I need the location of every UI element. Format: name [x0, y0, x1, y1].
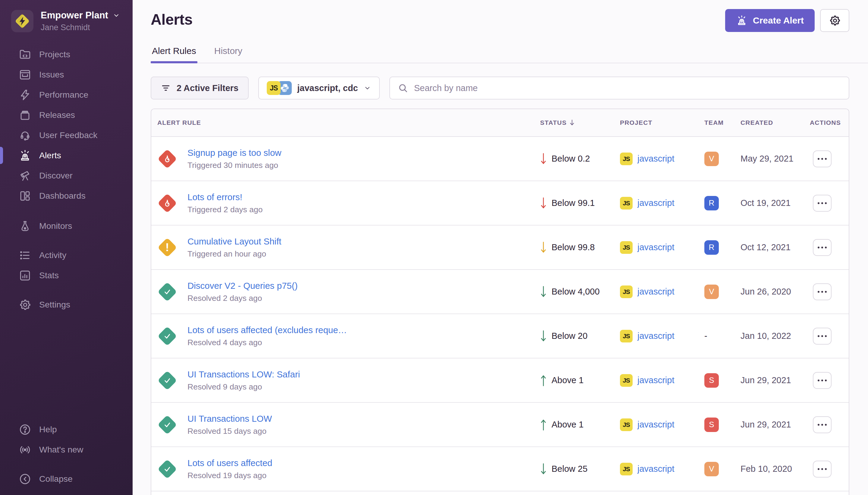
page-title: Alerts	[151, 11, 193, 28]
created-date: Feb 10, 2020	[734, 464, 804, 474]
sidebar-item-performance[interactable]: Performance	[0, 85, 133, 105]
row-actions-button[interactable]	[813, 328, 832, 345]
org-text: Empower Plant Jane Schmidt	[41, 10, 120, 32]
sidebar-item-issues[interactable]: Issues	[0, 65, 133, 85]
tab-alert-rules[interactable]: Alert Rules	[151, 46, 197, 63]
sidebar-item-monitors[interactable]: Monitors	[0, 216, 133, 236]
gear-icon	[19, 298, 31, 311]
alert-rule-detail: Resolved 9 days ago	[188, 382, 300, 392]
stack-icon	[19, 68, 31, 81]
alert-rule-detail: Triggered 2 days ago	[188, 205, 262, 214]
sidebar-item-label: Activity	[39, 250, 66, 260]
sidebar-collapse-button[interactable]: Collapse	[0, 469, 133, 489]
sidebar-item-label: Performance	[39, 90, 88, 100]
alert-resolved-icon	[157, 326, 177, 346]
sidebar-item-projects[interactable]: Projects	[0, 44, 133, 65]
alert-rule-detail: Triggered an hour ago	[188, 249, 281, 259]
broadcast-icon	[19, 443, 31, 456]
column-header-alert-rule: ALERT RULE	[151, 119, 534, 126]
project-selector-value: javascript, cdc	[297, 83, 358, 93]
project-link[interactable]: javascript	[638, 198, 675, 208]
project-link[interactable]: javascript	[638, 375, 675, 385]
sidebar-item-activity[interactable]: Activity	[0, 245, 133, 265]
active-filters-button[interactable]: 2 Active Filters	[151, 76, 249, 100]
status-arrow-icon	[540, 374, 547, 387]
team-badge: -	[704, 329, 734, 343]
project-link[interactable]: javascript	[638, 242, 675, 252]
team-badge: R	[704, 240, 719, 255]
sidebar-item-label: Issues	[39, 70, 64, 80]
row-actions-button[interactable]	[813, 239, 832, 256]
team-badge: S	[704, 417, 719, 432]
status-arrow-icon	[540, 241, 547, 254]
sidebar-item-help[interactable]: Help	[0, 419, 133, 440]
alert-rule-detail: Resolved 15 days ago	[188, 427, 272, 436]
project-link[interactable]: javascript	[638, 154, 675, 164]
sidebar-item-label: Settings	[39, 300, 70, 310]
column-header-status[interactable]: STATUS	[534, 119, 614, 126]
alert-rule-link[interactable]: Signup page is too slow	[188, 148, 281, 158]
column-header-actions: ACTIONS	[804, 119, 849, 126]
org-name: Empower Plant	[41, 10, 108, 21]
sidebar-item-label: Projects	[39, 49, 70, 59]
sidebar-item-stats[interactable]: Stats	[0, 265, 133, 286]
alert-rule-link[interactable]: UI Transactions LOW	[188, 414, 272, 424]
status-label: Below 20	[552, 331, 587, 341]
alert-rule-link[interactable]: Lots of users affected	[188, 458, 273, 468]
project-link[interactable]: javascript	[638, 287, 675, 297]
org-selector[interactable]: Empower Plant Jane Schmidt	[0, 0, 133, 32]
table-row: Lots of users affected Resolved 19 days …	[151, 447, 849, 491]
sidebar-footer: Help What's new Collapse	[0, 419, 133, 495]
table-row: UI Transactions LOW: Safari Resolved 9 d…	[151, 358, 849, 403]
row-actions-button[interactable]	[813, 416, 832, 433]
alert-settings-button[interactable]	[820, 9, 849, 32]
alert-rules-table: ALERT RULE STATUS PROJECT TEAM CREATED A…	[151, 108, 849, 495]
check-icon	[162, 420, 172, 430]
sidebar-item-user-feedback[interactable]: User Feedback	[0, 125, 133, 145]
javascript-platform-icon: JS	[620, 419, 632, 431]
sidebar-item-whats-new[interactable]: What's new	[0, 440, 133, 460]
chevron-down-icon	[112, 12, 120, 19]
sidebar-item-releases[interactable]: Releases	[0, 105, 133, 125]
filter-bar: 2 Active Filters JS javascript, cdc	[151, 76, 849, 100]
search-input[interactable]	[414, 83, 841, 93]
sidebar-item-dashboards[interactable]: Dashboards	[0, 186, 133, 206]
org-logo	[11, 10, 33, 32]
telescope-icon	[19, 169, 31, 182]
chevron-left-circle-icon	[19, 473, 31, 485]
tab-history[interactable]: History	[213, 46, 244, 63]
alert-rule-link[interactable]: UI Transactions LOW: Safari	[188, 369, 300, 379]
alert-rule-link[interactable]: Discover V2 - Queries p75()	[188, 281, 298, 291]
alert-rule-link[interactable]: Lots of users affected (excludes reque…	[188, 325, 347, 335]
empower-plant-logo-icon	[13, 12, 32, 31]
gear-icon	[829, 15, 841, 27]
row-actions-button[interactable]	[813, 461, 832, 478]
project-selector[interactable]: JS javascript, cdc	[258, 76, 380, 100]
create-alert-button[interactable]: Create Alert	[725, 9, 815, 32]
created-date: Jun 29, 2021	[734, 375, 804, 385]
row-actions-button[interactable]	[813, 284, 832, 300]
sidebar-item-discover[interactable]: Discover	[0, 166, 133, 186]
alert-resolved-icon	[157, 282, 177, 302]
create-alert-label: Create Alert	[753, 15, 804, 25]
archive-icon	[19, 109, 31, 121]
row-actions-button[interactable]	[813, 372, 832, 389]
row-actions-button[interactable]	[813, 150, 832, 167]
created-date: Jun 29, 2021	[734, 420, 804, 430]
status-label: Above 1	[552, 420, 584, 430]
column-header-created: CREATED	[734, 119, 804, 126]
tab-bar: Alert Rules History	[151, 46, 868, 63]
project-link[interactable]: javascript	[638, 420, 675, 430]
org-user: Jane Schmidt	[41, 23, 120, 32]
sidebar-item-settings[interactable]: Settings	[0, 294, 133, 315]
alert-rule-link[interactable]: Lots of errors!	[188, 192, 262, 202]
project-link[interactable]: javascript	[638, 464, 675, 474]
alert-rule-link[interactable]: Cumulative Layout Shift	[188, 236, 281, 246]
status-label: Below 4,000	[552, 287, 600, 297]
project-link[interactable]: javascript	[638, 331, 675, 341]
sidebar-item-alerts[interactable]: Alerts	[0, 145, 133, 166]
status-label: Below 0.2	[552, 154, 590, 164]
status-arrow-icon	[540, 329, 547, 343]
row-actions-button[interactable]	[813, 195, 832, 211]
folder-code-icon	[19, 48, 31, 61]
